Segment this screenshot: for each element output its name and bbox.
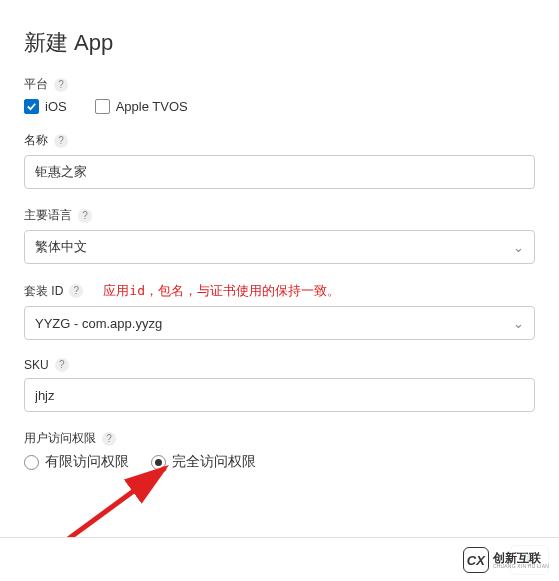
platform-section: 平台 ? iOS Apple TVOS — [24, 76, 535, 114]
platform-ios-label: iOS — [45, 99, 67, 114]
help-icon[interactable]: ? — [78, 209, 92, 223]
help-icon[interactable]: ? — [55, 358, 69, 372]
platform-tvos-checkbox[interactable]: Apple TVOS — [95, 99, 188, 114]
sku-section: SKU ? — [24, 358, 535, 412]
radio-icon — [24, 455, 39, 470]
bundle-note: 应用id，包名，与证书使用的保持一致。 — [103, 282, 340, 300]
access-label: 用户访问权限 — [24, 430, 96, 447]
radio-icon — [151, 455, 166, 470]
page-title: 新建 App — [24, 28, 535, 58]
chevron-down-icon: ⌄ — [513, 316, 524, 331]
svg-line-0 — [60, 468, 165, 545]
help-icon[interactable]: ? — [102, 432, 116, 446]
name-label: 名称 — [24, 132, 48, 149]
access-limited-label: 有限访问权限 — [45, 453, 129, 471]
sku-label: SKU — [24, 358, 49, 372]
language-label: 主要语言 — [24, 207, 72, 224]
watermark: CX 创新互联 CHUANG XIN HU LIAN — [459, 545, 553, 575]
access-full-label: 完全访问权限 — [172, 453, 256, 471]
platform-ios-checkbox[interactable]: iOS — [24, 99, 67, 114]
access-full-radio[interactable]: 完全访问权限 — [151, 453, 256, 471]
watermark-en: CHUANG XIN HU LIAN — [493, 564, 549, 569]
checkbox-icon — [24, 99, 39, 114]
checkbox-icon — [95, 99, 110, 114]
sku-input[interactable] — [24, 378, 535, 412]
platform-label: 平台 — [24, 76, 48, 93]
access-limited-radio[interactable]: 有限访问权限 — [24, 453, 129, 471]
name-section: 名称 ? — [24, 132, 535, 189]
access-section: 用户访问权限 ? 有限访问权限 完全访问权限 — [24, 430, 535, 471]
language-value: 繁体中文 — [35, 238, 87, 256]
help-icon[interactable]: ? — [54, 78, 68, 92]
chevron-down-icon: ⌄ — [513, 240, 524, 255]
platform-tvos-label: Apple TVOS — [116, 99, 188, 114]
help-icon[interactable]: ? — [54, 134, 68, 148]
bundle-select[interactable]: YYZG - com.app.yyzg ⌄ — [24, 306, 535, 340]
watermark-cn: 创新互联 — [493, 552, 549, 564]
language-select[interactable]: 繁体中文 ⌄ — [24, 230, 535, 264]
bundle-section: 套装 ID ? 应用id，包名，与证书使用的保持一致。 YYZG - com.a… — [24, 282, 535, 340]
bundle-label: 套装 ID — [24, 283, 63, 300]
bundle-value: YYZG - com.app.yyzg — [35, 316, 162, 331]
help-icon[interactable]: ? — [69, 284, 83, 298]
watermark-logo-icon: CX — [463, 547, 489, 573]
name-input[interactable] — [24, 155, 535, 189]
language-section: 主要语言 ? 繁体中文 ⌄ — [24, 207, 535, 264]
